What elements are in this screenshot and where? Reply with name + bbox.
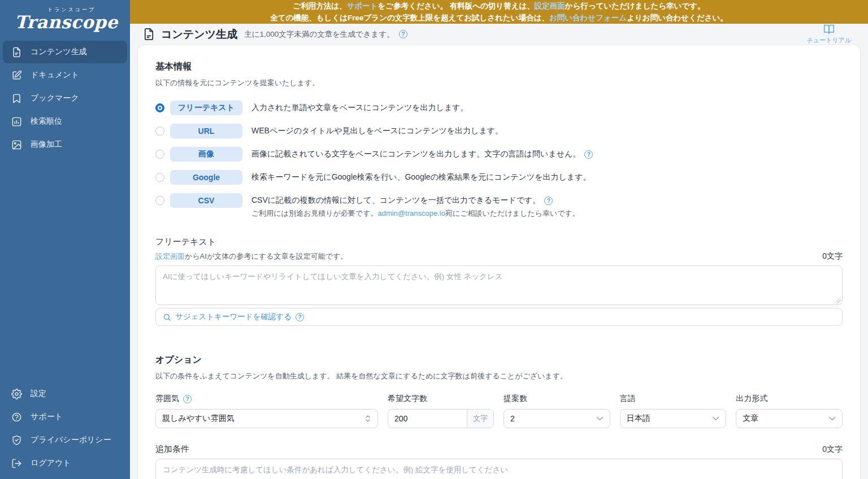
- sidebar-item-label: 検索順位: [31, 116, 62, 127]
- char-counter: 0文字: [822, 445, 843, 455]
- contact-form-link[interactable]: お問い合わせフォーム: [549, 14, 627, 22]
- output-format-field: 出力形式 文章: [736, 394, 843, 428]
- proposal-count-value: 2: [510, 414, 515, 423]
- logout-icon: [11, 458, 22, 469]
- language-select[interactable]: 日本語: [620, 409, 727, 428]
- csv-note-text: ご利用には別途お見積りが必要です。: [251, 209, 377, 217]
- csv-note-text: 宛にご相談いただけましたら幸いです。: [445, 209, 580, 217]
- mode-description: 画像に記載されている文字をベースにコンテンツを出力します。文字の言語は問いません…: [251, 149, 593, 159]
- language-field: 言語 日本語: [620, 394, 727, 428]
- banner-text: ご利用方法は、: [293, 2, 346, 10]
- language-value: 日本語: [627, 413, 650, 424]
- additional-conditions-input[interactable]: [155, 459, 843, 479]
- sidebar-item-settings[interactable]: 設定: [3, 382, 127, 405]
- tone-select[interactable]: 親しみやすい雰囲気: [155, 409, 378, 428]
- tutorial-label: チュートリアル: [806, 36, 851, 45]
- mode-description-text: CSVに記載の複数の情報に対して、コンテンツを一括で出力できるモードです。: [251, 195, 540, 206]
- url-pill[interactable]: URL: [170, 124, 242, 138]
- free-text-pill[interactable]: フリーテキスト: [170, 101, 242, 115]
- proposal-count-field: 提案数 2: [504, 394, 610, 428]
- help-icon[interactable]: ?: [544, 197, 553, 205]
- suggest-keywords-label: サジェストキーワードを確認する: [175, 312, 292, 322]
- proposal-count-select[interactable]: 2: [504, 409, 610, 428]
- free-text-radio[interactable]: [155, 103, 164, 112]
- tone-label: 雰囲気 ?: [155, 394, 378, 404]
- chevron-down-icon: [828, 416, 836, 421]
- sidebar-item-content-generation[interactable]: コンテンツ生成: [3, 41, 127, 63]
- chart-icon: [11, 116, 22, 127]
- page-title: コンテンツ生成: [161, 27, 237, 42]
- options-section: オプション 以下の条件をふまえてコンテンツを自動生成します。 結果を自然な文章に…: [155, 354, 843, 479]
- banner-line-1: ご利用方法は、サポートをご参考ください。 有料版への切り替えは、設定画面から行っ…: [293, 0, 705, 12]
- banner-text: をご参考ください。 有料版への切り替えは、: [378, 2, 535, 10]
- tone-label-text: 雰囲気: [155, 394, 179, 404]
- char-count-unit: 文字: [467, 410, 493, 428]
- page-subtitle: 主に1,000文字未満の文章を生成できます。: [244, 29, 394, 40]
- sidebar-item-label: プライバシーポリシー: [31, 435, 111, 445]
- sidebar-item-bookmarks[interactable]: ブックマーク: [3, 87, 127, 110]
- sidebar-item-documents[interactable]: ドキュメント: [3, 64, 127, 86]
- additional-conditions-label: 追加条件: [155, 444, 189, 455]
- tone-value: 親しみやすい雰囲気: [162, 413, 235, 424]
- tutorial-button[interactable]: チュートリアル: [806, 24, 859, 45]
- document-icon: [11, 47, 22, 58]
- sidebar-item-logout[interactable]: ログアウト: [3, 452, 127, 474]
- sidebar-item-label: ブックマーク: [31, 93, 79, 103]
- csv-note: ご利用には別途お見積りが必要です。admin@transcope.io宛にご相談…: [251, 208, 843, 219]
- sidebar-item-privacy-policy[interactable]: プライバシーポリシー: [3, 429, 127, 451]
- logo[interactable]: トランスコープ Transcope: [0, 0, 130, 36]
- char-count-label: 希望文字数: [388, 394, 494, 404]
- csv-pill[interactable]: CSV: [170, 193, 242, 208]
- mode-row-free-text: フリーテキスト 入力された単語や文章をベースにコンテンツを出力します。: [155, 101, 843, 115]
- char-count-control: 文字: [388, 409, 494, 428]
- book-icon: [823, 24, 835, 35]
- free-text-hint-row: 設定画面からAIが文体の参考にする文章を設定可能です。 0文字: [155, 251, 843, 262]
- help-icon[interactable]: ?: [183, 395, 192, 403]
- sidebar-item-label: コンテンツ生成: [31, 47, 87, 57]
- sidebar: トランスコープ Transcope コンテンツ生成 ドキュメント ブックマーク …: [0, 0, 130, 479]
- search-icon: [163, 313, 171, 321]
- settings-screen-link[interactable]: 設定画面: [155, 252, 185, 260]
- tone-field: 雰囲気 ? 親しみやすい雰囲気: [155, 394, 378, 428]
- help-icon[interactable]: ?: [296, 313, 304, 321]
- banner-line-2: 全ての機能、もしくはFreeプランの文字数上限を超えてお試しされたい場合は、お問…: [270, 12, 728, 24]
- edit-icon: [11, 70, 22, 81]
- sidebar-item-search-rank[interactable]: 検索順位: [3, 110, 127, 133]
- mode-row-google: Google 検索キーワードを元にGoogle検索を行い、Googleの検索結果…: [155, 170, 843, 185]
- google-radio[interactable]: [155, 173, 164, 182]
- image-pill[interactable]: 画像: [170, 147, 242, 162]
- url-radio[interactable]: [155, 127, 164, 136]
- help-icon[interactable]: ?: [399, 30, 407, 38]
- logo-name: Transcope: [15, 14, 130, 31]
- options-fields: 雰囲気 ? 親しみやすい雰囲気 希望文字数 文字: [155, 394, 843, 428]
- char-count-input[interactable]: [388, 410, 467, 428]
- sidebar-item-support[interactable]: サポート: [3, 406, 127, 428]
- basic-info-heading: 基本情報: [155, 61, 843, 73]
- output-format-value: 文章: [743, 413, 758, 424]
- shield-icon: [11, 435, 22, 446]
- mode-row-image: 画像 画像に記載されている文字をベースにコンテンツを出力します。文字の言語は問い…: [155, 147, 843, 162]
- chevron-down-icon: [712, 416, 719, 421]
- settings-screen-link[interactable]: 設定画面: [535, 2, 565, 10]
- image-radio[interactable]: [155, 150, 164, 159]
- csv-radio[interactable]: [155, 196, 164, 205]
- help-icon[interactable]: ?: [584, 150, 593, 159]
- main-area: ご利用方法は、サポートをご参考ください。 有料版への切り替えは、設定画面から行っ…: [130, 0, 868, 479]
- admin-email-link[interactable]: admin@transcope.io: [377, 209, 445, 217]
- support-link[interactable]: サポート: [347, 2, 378, 10]
- output-format-select[interactable]: 文章: [736, 409, 843, 428]
- document-icon: [142, 28, 155, 41]
- banner-text: よりお問い合わせください。: [627, 14, 728, 22]
- sidebar-item-image-processing[interactable]: 画像加工: [3, 133, 127, 156]
- char-count-field: 希望文字数 文字: [388, 394, 494, 428]
- banner-text: から行っていただけましたら幸いです。: [565, 2, 705, 10]
- gear-icon: [11, 389, 22, 399]
- sidebar-nav: コンテンツ生成 ドキュメント ブックマーク 検索順位 画像加工: [0, 36, 130, 156]
- free-text-input[interactable]: [155, 265, 843, 305]
- free-text-label: フリーテキスト: [155, 237, 843, 247]
- basic-info-description: 以下の情報を元にコンテンツを提案いたします。: [155, 78, 843, 88]
- hint-text: からAIが文体の参考にする文章を設定可能です。: [185, 252, 348, 260]
- sidebar-item-label: サポート: [31, 412, 63, 422]
- suggest-keywords-button[interactable]: サジェストキーワードを確認する ?: [155, 308, 843, 326]
- google-pill[interactable]: Google: [170, 170, 242, 185]
